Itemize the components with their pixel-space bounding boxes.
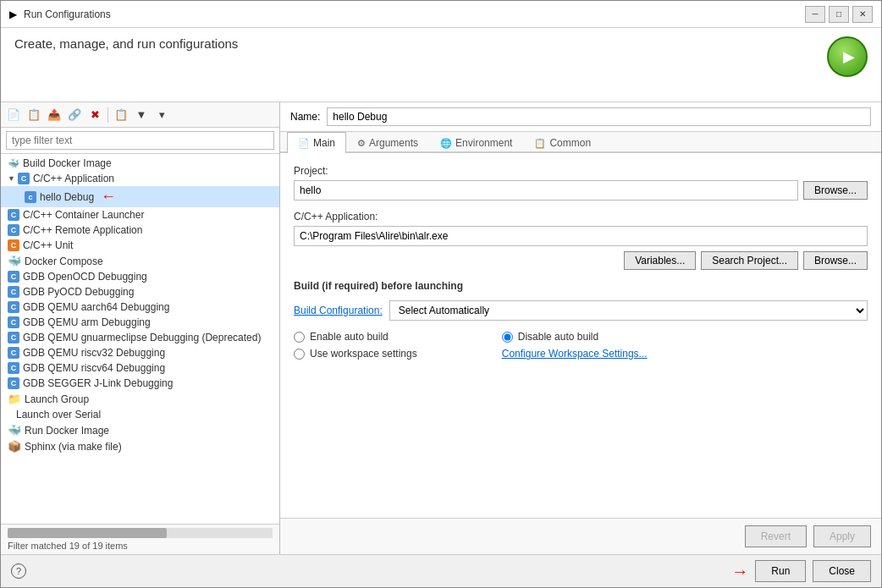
radio-enable-auto-build: Enable auto build bbox=[294, 331, 417, 343]
tree-item-gdb-qemu-aarch[interactable]: C GDB QEMU aarch64 Debugging bbox=[1, 299, 279, 315]
tree-item-run-docker[interactable]: 🐳 Run Docker Image bbox=[1, 422, 279, 438]
filter-dropdown-button[interactable]: ▾ bbox=[152, 106, 171, 124]
build-section: Build (if required) before launching Bui… bbox=[294, 280, 868, 321]
filter-input[interactable] bbox=[6, 131, 274, 150]
hello-debug-icon: c bbox=[25, 191, 36, 203]
gdb-aarch-icon: C bbox=[8, 301, 19, 313]
tab-environment[interactable]: 🌐 Environment bbox=[429, 132, 523, 153]
cpp-app-icon: C bbox=[18, 173, 30, 184]
tab-label: Common bbox=[549, 137, 591, 149]
filter-status: Filter matched 19 of 19 items bbox=[8, 541, 273, 551]
toolbar-separator bbox=[107, 107, 108, 123]
tree-item-label: Docker Compose bbox=[25, 256, 103, 267]
tree-item-gdb-qemu-riscv64[interactable]: C GDB QEMU riscv64 Debugging bbox=[1, 360, 279, 376]
project-field-row: Project: Browse... bbox=[294, 165, 868, 201]
maximize-button[interactable]: □ bbox=[829, 6, 849, 23]
build-config-select[interactable]: Select Automatically Debug Release bbox=[389, 300, 868, 321]
cpp-container-icon: C bbox=[8, 209, 19, 221]
cpp-app-input[interactable] bbox=[294, 226, 868, 246]
radio-disable-auto-build-input[interactable] bbox=[502, 332, 513, 343]
run-close-row: → Run Close bbox=[731, 560, 871, 582]
tab-common[interactable]: 📋 Common bbox=[523, 132, 602, 153]
tree-item-cpp-app[interactable]: ▼ C C/C++ Application bbox=[1, 171, 279, 186]
tree-item-label: C/C++ Remote Application bbox=[23, 224, 142, 236]
export-button[interactable]: 📤 bbox=[45, 106, 63, 124]
tree-item-gdb-qemu-gnuarm[interactable]: C GDB QEMU gnuarmeclipse Debugging (Depr… bbox=[1, 330, 279, 345]
tree-item-hello-debug[interactable]: c hello Debug ← bbox=[1, 186, 279, 207]
cpp-browse-button[interactable]: Browse... bbox=[803, 251, 868, 270]
apply-button[interactable]: Apply bbox=[813, 525, 871, 547]
tab-main[interactable]: 📄 Main bbox=[287, 132, 346, 153]
left-bottom: Filter matched 19 of 19 items bbox=[1, 524, 279, 554]
very-bottom-bar: ? → Run Close bbox=[1, 554, 881, 587]
args-tab-icon: ⚙ bbox=[357, 138, 366, 149]
gdb-arm-icon: C bbox=[8, 316, 19, 328]
tree-item-label: GDB QEMU aarch64 Debugging bbox=[23, 301, 169, 313]
search-project-button[interactable]: Search Project... bbox=[701, 251, 798, 270]
radio-workspace-settings-input[interactable] bbox=[294, 349, 305, 360]
docker-icon: 🐳 bbox=[8, 158, 19, 169]
tree-item-launch-serial[interactable]: Launch over Serial bbox=[1, 407, 279, 422]
project-input[interactable] bbox=[294, 180, 798, 201]
radio-enable-auto-build-input[interactable] bbox=[294, 332, 305, 343]
link-button[interactable]: 🔗 bbox=[65, 106, 84, 124]
tree-item-label: C/C++ Unit bbox=[23, 239, 73, 251]
close-button[interactable]: Close bbox=[813, 560, 871, 582]
tree-item-gdb-pyocd[interactable]: C GDB PyOCD Debugging bbox=[1, 284, 279, 299]
build-section-title: Build (if required) before launching bbox=[294, 280, 868, 292]
build-config-label[interactable]: Build Configuration: bbox=[294, 305, 383, 316]
scrollbar-thumb bbox=[8, 528, 167, 538]
project-browse-button[interactable]: Browse... bbox=[803, 181, 868, 200]
radio-col: Enable auto build Use workspace settings… bbox=[294, 331, 868, 360]
tree-item-gdb-openocd[interactable]: C GDB OpenOCD Debugging bbox=[1, 269, 279, 284]
tree-item-cpp-remote[interactable]: C C/C++ Remote Application bbox=[1, 223, 279, 238]
name-row: Name: bbox=[280, 102, 881, 132]
tree-item-build-docker[interactable]: 🐳 Build Docker Image bbox=[1, 156, 279, 171]
radio-disable-auto-build-label: Disable auto build bbox=[518, 331, 598, 343]
right-panel: Name: 📄 Main ⚙ Arguments 🌐 Environment 📋 bbox=[280, 102, 881, 554]
tree-item-label: GDB QEMU riscv64 Debugging bbox=[23, 362, 165, 374]
tree-item-gdb-qemu-riscv32[interactable]: C GDB QEMU riscv32 Debugging bbox=[1, 345, 279, 360]
project-label: Project: bbox=[294, 165, 868, 177]
tree-item-label: GDB QEMU gnuarmeclipse Debugging (Deprec… bbox=[23, 332, 261, 343]
radio-disable-auto-build: Disable auto build bbox=[502, 331, 648, 343]
left-scrollbar[interactable] bbox=[8, 528, 273, 538]
delete-button[interactable]: ✖ bbox=[85, 106, 104, 124]
title-bar-title: Run Configurations bbox=[24, 8, 798, 20]
minimize-button[interactable]: ─ bbox=[805, 6, 825, 23]
title-bar-icon: ▶ bbox=[9, 8, 17, 20]
tab-arguments[interactable]: ⚙ Arguments bbox=[346, 132, 429, 153]
tab-content-main: Project: Browse... C/C++ Application: Va… bbox=[280, 153, 881, 518]
run-green-button[interactable] bbox=[827, 36, 868, 77]
filter-button[interactable]: ▼ bbox=[132, 106, 151, 124]
tree-item-launch-group[interactable]: 📁 Launch Group bbox=[1, 391, 279, 407]
tree-item-docker-compose[interactable]: 🐳 Docker Compose bbox=[1, 253, 279, 269]
cpp-app-label: C/C++ Application: bbox=[294, 211, 868, 223]
duplicate-button[interactable]: 📋 bbox=[25, 106, 43, 124]
run-button[interactable]: Run bbox=[755, 560, 806, 582]
cpp-remote-icon: C bbox=[8, 224, 19, 236]
variables-button[interactable]: Variables... bbox=[624, 251, 696, 270]
tree-item-label: hello Debug bbox=[40, 191, 94, 203]
common-tab-icon: 📋 bbox=[534, 138, 546, 149]
tree-item-gdb-segger[interactable]: C GDB SEGGER J-Link Debugging bbox=[1, 376, 279, 391]
title-bar-controls: ─ □ ✕ bbox=[805, 6, 873, 23]
tree-area: 🐳 Build Docker Image ▼ C C/C++ Applicati… bbox=[1, 154, 279, 524]
tree-item-label: C/C++ Container Launcher bbox=[23, 209, 144, 221]
configure-workspace-link[interactable]: Configure Workspace Settings... bbox=[502, 348, 648, 360]
main-content: 📄 📋 📤 🔗 ✖ 📋 ▼ ▾ 🐳 Build Docker Image bbox=[1, 102, 881, 554]
new-config-button[interactable]: 📄 bbox=[4, 106, 23, 124]
help-button[interactable]: ? bbox=[11, 563, 26, 579]
tree-item-gdb-qemu-arm[interactable]: C GDB QEMU arm Debugging bbox=[1, 315, 279, 330]
gdb-pyocd-icon: C bbox=[8, 286, 19, 298]
name-input[interactable] bbox=[327, 107, 871, 126]
tree-item-sphinx[interactable]: 📦 Sphinx (via make file) bbox=[1, 438, 279, 454]
collapse-all-button[interactable]: 📋 bbox=[112, 106, 130, 124]
main-tab-icon: 📄 bbox=[298, 138, 310, 149]
tree-item-cpp-container[interactable]: C C/C++ Container Launcher bbox=[1, 207, 279, 223]
gdb-riscv64-icon: C bbox=[8, 362, 19, 374]
close-window-button[interactable]: ✕ bbox=[852, 6, 873, 23]
radio-enable-auto-build-label: Enable auto build bbox=[310, 331, 389, 343]
revert-button[interactable]: Revert bbox=[745, 525, 807, 547]
tree-item-cpp-unit[interactable]: C C/C++ Unit bbox=[1, 238, 279, 253]
